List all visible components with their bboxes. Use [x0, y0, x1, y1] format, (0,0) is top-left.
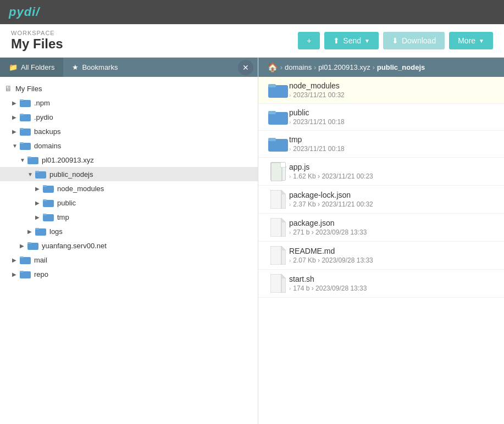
tree-label-pl01: pl01.200913.xyz — [42, 156, 94, 164]
tree-arrow-public-nodejs: ▼ — [27, 171, 35, 177]
tree-label-repo: repo — [34, 270, 48, 278]
svg-rect-12 — [35, 171, 39, 172]
file-info-node-modules: node_modules ›2023/11/21 00:32 — [289, 81, 495, 99]
more-dropdown-arrow: ▼ — [479, 38, 484, 44]
file-icon-package-json — [267, 218, 289, 237]
svg-rect-33 — [271, 163, 282, 181]
tree-item-pl01[interactable]: ▼ pl01.200913.xyz — [0, 153, 258, 167]
download-button[interactable]: ⬇ Download — [383, 32, 445, 49]
tab-bookmarks[interactable]: ★ Bookmarks — [63, 58, 126, 77]
svg-rect-6 — [20, 128, 24, 130]
tree-item-domains[interactable]: ▼ domains — [0, 138, 258, 153]
folder-icon-pydio — [20, 113, 31, 121]
file-info-package-json: package.json ›271 b › 2023/09/28 13:33 — [289, 219, 495, 236]
file-row-readme[interactable]: README.md ›2.07 Kb › 2023/09/28 13:33 — [258, 242, 504, 270]
file-info-tmp: tmp ›2023/11/21 00:18 — [289, 135, 495, 153]
tree-label-npm: .npm — [34, 99, 50, 107]
folder-large-icon-tmp — [268, 136, 288, 152]
svg-rect-20 — [35, 228, 39, 230]
header: Workspace My Files + ⬆ Send ▼ ⬇ Download… — [0, 24, 504, 58]
page-title: My Files — [11, 36, 63, 52]
tree-arrow-tmp: ▶ — [35, 214, 43, 220]
tree-item-pydio[interactable]: ▶ .pydio — [0, 110, 258, 124]
file-row-startsh[interactable]: start.sh ›174 b › 2023/09/28 13:33 — [258, 270, 504, 298]
folder-icon-public — [43, 198, 54, 207]
file-name-node-modules: node_modules — [289, 81, 495, 90]
breadcrumb-pl01[interactable]: pl01.200913.xyz — [318, 63, 370, 71]
tree-item-backups[interactable]: ▶ backups — [0, 124, 258, 138]
svg-rect-16 — [43, 199, 47, 201]
tree-item-mail[interactable]: ▶ mail — [0, 253, 258, 267]
tab-all-folders[interactable]: 📁 All Folders — [0, 58, 63, 77]
send-button[interactable]: ⬆ Send ▼ — [324, 32, 379, 49]
tree-item-public-sidebar[interactable]: ▶ public — [0, 196, 258, 210]
workspace-label: Workspace — [11, 30, 63, 36]
svg-marker-46 — [281, 246, 286, 250]
svg-rect-38 — [270, 190, 281, 209]
file-icon-package-lock — [267, 190, 289, 209]
add-icon: + — [307, 36, 311, 45]
tree-item-tmp-sidebar[interactable]: ▶ tmp — [0, 210, 258, 224]
tree-arrow-npm: ▶ — [12, 100, 20, 106]
folder-icon-npm — [20, 98, 31, 107]
folder-tab-icon: 📁 — [9, 63, 18, 71]
send-dropdown-arrow: ▼ — [364, 38, 370, 44]
file-icon-node-modules — [267, 82, 289, 98]
tree-item-logs[interactable]: ▶ logs — [0, 224, 258, 238]
breadcrumb-public-nodejs[interactable]: public_nodejs — [377, 63, 425, 71]
send-label: Send — [343, 36, 361, 45]
tree-label-mail: mail — [34, 256, 47, 264]
file-icon-readme — [267, 246, 289, 265]
file-name-startsh: start.sh — [289, 275, 495, 283]
folder-large-icon-node-modules — [268, 82, 288, 98]
file-row-tmp[interactable]: tmp ›2023/11/21 00:18 — [258, 131, 504, 158]
svg-rect-24 — [20, 256, 24, 258]
tree-item-node-modules-sidebar[interactable]: ▶ node_modules — [0, 181, 258, 196]
tree-arrow-repo: ▶ — [12, 271, 20, 277]
file-row-node-modules[interactable]: node_modules ›2023/11/21 00:32 — [258, 77, 504, 104]
sidebar-close-button[interactable]: ✕ — [238, 60, 253, 75]
svg-rect-44 — [270, 246, 281, 265]
add-button[interactable]: + — [298, 32, 320, 49]
tree-item-yuanfang[interactable]: ▶ yuanfang.serv00.net — [0, 238, 258, 253]
tree-item-public-nodejs[interactable]: ▼ public_nodejs — [0, 167, 258, 181]
tree-arrow-domains: ▼ — [12, 143, 20, 149]
svg-marker-40 — [281, 190, 286, 194]
file-row-appjs[interactable]: app.js ›1.62 Kb › 2023/11/21 00:23 — [258, 158, 504, 186]
folder-large-icon-public — [268, 109, 288, 125]
svg-rect-26 — [20, 271, 24, 272]
file-row-public[interactable]: public ›2023/11/21 00:18 — [258, 104, 504, 131]
tree-item-myfiles[interactable]: 🖥 My Files — [0, 81, 258, 96]
tree-label-domains: domains — [34, 142, 61, 150]
tree-arrow-public: ▶ — [35, 200, 43, 206]
file-icon-public — [267, 109, 289, 125]
header-actions: + ⬆ Send ▼ ⬇ Download More ▼ — [298, 32, 493, 49]
breadcrumb-home[interactable]: 🏠 — [267, 62, 278, 72]
file-info-readme: README.md ›2.07 Kb › 2023/09/28 13:33 — [289, 247, 495, 264]
file-name-readme: README.md — [289, 247, 495, 255]
svg-rect-47 — [270, 274, 281, 293]
file-row-package-lock[interactable]: package-lock.json ›2.37 Kb › 2023/11/21 … — [258, 186, 504, 214]
file-meta-startsh: ›174 b › 2023/09/28 13:33 — [289, 284, 495, 292]
tree-label-myfiles: My Files — [15, 85, 42, 93]
tab-all-folders-label: All Folders — [21, 63, 54, 71]
breadcrumb: 🏠 › domains › pl01.200913.xyz › public_n… — [258, 58, 504, 77]
folder-icon-public-nodejs — [35, 170, 46, 178]
svg-rect-8 — [20, 142, 24, 144]
topbar: pydi/ — [0, 0, 504, 24]
file-name-tmp: tmp — [289, 135, 495, 144]
file-row-package-json[interactable]: package.json ›271 b › 2023/09/28 13:33 — [258, 214, 504, 242]
file-name-appjs: app.js — [289, 163, 495, 171]
tree-arrow-node-modules: ▶ — [35, 186, 43, 192]
tree-item-repo[interactable]: ▶ repo — [0, 267, 258, 281]
tree-arrow-pydio: ▶ — [12, 114, 20, 120]
main-layout: 📁 All Folders ★ Bookmarks ✕ 🖥 My Files ▶… — [0, 58, 504, 424]
tab-bookmarks-label: Bookmarks — [82, 63, 118, 71]
logo: pydi/ — [9, 5, 40, 19]
sidebar-tabs: 📁 All Folders ★ Bookmarks ✕ — [0, 58, 258, 77]
tree-arrow-backups: ▶ — [12, 129, 20, 135]
tree-item-npm[interactable]: ▶ .npm — [0, 96, 258, 110]
more-button[interactable]: More ▼ — [449, 32, 493, 49]
logo-accent: / — [36, 5, 40, 19]
breadcrumb-domains[interactable]: domains — [285, 63, 312, 71]
